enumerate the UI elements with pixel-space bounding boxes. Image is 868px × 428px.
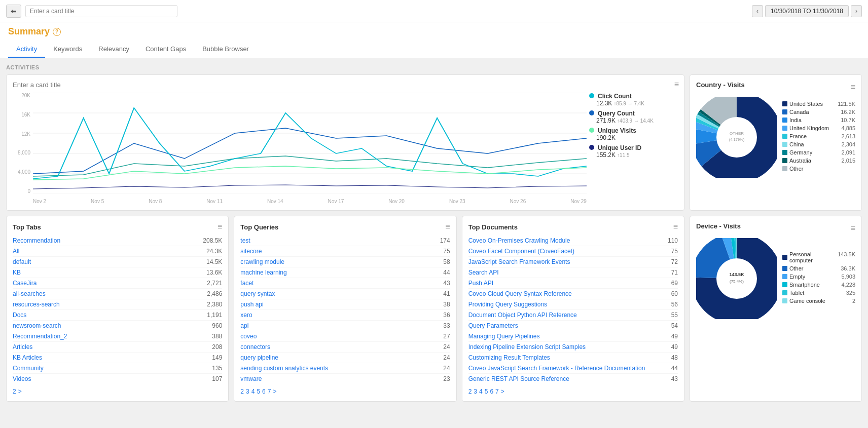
qpage-4[interactable]: 4 xyxy=(251,388,255,395)
tab-link-recommendation2[interactable]: Recommendation_2 xyxy=(13,333,67,340)
qpage-3[interactable]: 3 xyxy=(246,388,249,395)
search-input[interactable] xyxy=(25,5,177,17)
tab-activity[interactable]: Activity xyxy=(8,41,45,58)
query-link-ml[interactable]: machine learning xyxy=(240,269,286,276)
qpage-6[interactable]: 6 xyxy=(262,388,266,395)
query-link-facet[interactable]: facet xyxy=(240,280,254,287)
dpage-7[interactable]: 7 xyxy=(495,388,499,395)
doc-link-8[interactable]: Document Object Python API Reference xyxy=(468,312,577,319)
date-prev-button[interactable]: ‹ xyxy=(752,5,763,17)
dpage-3[interactable]: 3 xyxy=(474,388,477,395)
doc-link-13[interactable]: Coveo JavaScript Search Framework - Refe… xyxy=(468,365,645,372)
tab-link-articles[interactable]: Articles xyxy=(13,343,32,351)
sq-in xyxy=(782,118,787,123)
doc-link-7[interactable]: Providing Query Suggestions xyxy=(468,301,547,308)
device-legend-empty: Empty 5,903 xyxy=(782,274,855,280)
count-device-other: 36.3K xyxy=(841,265,855,271)
tab-link-resources-search[interactable]: resources-search xyxy=(13,301,60,308)
country-legend-in: India 10.7K xyxy=(782,117,855,123)
doc-link-6[interactable]: Coveo Cloud Query Syntax Reference xyxy=(468,290,572,297)
tab-keywords[interactable]: Keywords xyxy=(45,41,90,58)
device-legend-game: Game console 2 xyxy=(782,298,855,304)
dpage-2[interactable]: 2 xyxy=(468,388,472,395)
dpage-5[interactable]: 5 xyxy=(485,388,488,395)
device-menu-icon[interactable]: ≡ xyxy=(851,224,855,233)
doc-link-11[interactable]: Indexing Pipeline Extension Script Sampl… xyxy=(468,343,586,351)
top-row-grid: ≡ Click Count 12.3K ↑85.9 → 7.4K Quer xyxy=(6,74,862,211)
y-label-20k: 20K xyxy=(21,93,30,98)
legend-unique-visits: Unique Visits 190.2K xyxy=(589,127,678,141)
doc-link-9[interactable]: Query Parameters xyxy=(468,322,518,329)
tab-link-default[interactable]: default xyxy=(13,258,31,265)
tab-link-videos[interactable]: Videos xyxy=(13,375,31,382)
list-item: Query Parameters54 xyxy=(468,321,678,331)
country-menu-icon[interactable]: ≡ xyxy=(851,83,855,92)
qpage-7[interactable]: 7 xyxy=(268,388,271,395)
doc-link-3[interactable]: JavaScript Search Framework Events xyxy=(468,258,570,265)
tab-count-videos: 107 xyxy=(212,375,222,382)
qpage-next[interactable]: > xyxy=(273,388,276,395)
tab-link-kb-articles[interactable]: KB Articles xyxy=(13,354,42,361)
query-link-push-api[interactable]: push api xyxy=(240,301,263,308)
query-link-api[interactable]: api xyxy=(240,322,248,329)
top-docs-menu-icon[interactable]: ≡ xyxy=(673,222,678,231)
doc-link-1[interactable]: Coveo On-Premises Crawling Module xyxy=(468,237,570,244)
tab-link-docs[interactable]: Docs xyxy=(13,312,26,319)
chart-title-input[interactable] xyxy=(13,81,678,89)
query-link-sending[interactable]: sending custom analytics events xyxy=(240,365,328,372)
query-link-connectors[interactable]: connectors xyxy=(240,343,270,351)
tab-relevancy[interactable]: Relevancy xyxy=(90,41,137,58)
top-tabs-menu-icon[interactable]: ≡ xyxy=(218,222,222,231)
dpage-4[interactable]: 4 xyxy=(479,388,483,395)
query-link-sitecore[interactable]: sitecore xyxy=(240,248,262,255)
tab-link-all-searches[interactable]: all-searches xyxy=(13,290,46,297)
legend-visits-value: 190.2K xyxy=(596,134,616,141)
dpage-next[interactable]: > xyxy=(501,388,504,395)
back-button[interactable]: ⬅ xyxy=(6,5,21,18)
page-2-link[interactable]: 2 xyxy=(13,388,16,395)
y-label-0: 0 xyxy=(27,188,30,194)
doc-link-2[interactable]: Coveo Facet Component (CoveoFacet) xyxy=(468,248,574,255)
page-next-link[interactable]: > xyxy=(18,388,22,395)
list-item: Document Object Python API Reference55 xyxy=(468,310,678,321)
qpage-5[interactable]: 5 xyxy=(257,388,260,395)
doc-link-14[interactable]: Generic REST API Source Reference xyxy=(468,375,569,382)
tab-bubble-browser[interactable]: Bubble Browser xyxy=(194,41,257,58)
query-link-vmware[interactable]: vmware xyxy=(240,375,262,382)
tab-link-kb[interactable]: KB xyxy=(13,269,21,276)
query-link-xero[interactable]: xero xyxy=(240,312,252,319)
query-link-syntax[interactable]: query syntax xyxy=(240,290,275,297)
sq-de xyxy=(782,150,787,155)
qpage-2[interactable]: 2 xyxy=(240,388,244,395)
dpage-6[interactable]: 6 xyxy=(490,388,493,395)
device-visits-card: Device - Visits ≡ xyxy=(690,216,862,402)
x-label-nov29: Nov 29 xyxy=(570,199,587,204)
x-label-nov8: Nov 8 xyxy=(149,199,162,204)
list-item: Push API69 xyxy=(468,278,678,289)
doc-link-10[interactable]: Managing Query Pipelines xyxy=(468,333,540,340)
info-icon[interactable]: ? xyxy=(53,28,61,36)
doc-link-4[interactable]: Search API xyxy=(468,269,499,276)
list-item: Articles208 xyxy=(13,342,222,353)
query-link-pipeline[interactable]: query pipeline xyxy=(240,354,278,361)
doc-link-5[interactable]: Push API xyxy=(468,280,493,287)
query-link-coveo[interactable]: coveo xyxy=(240,333,257,340)
doc-link-12[interactable]: Customizing Result Templates xyxy=(468,354,550,361)
list-item: newsroom-search960 xyxy=(13,321,222,331)
chart-menu-icon[interactable]: ≡ xyxy=(674,80,679,89)
list-item: crawling module58 xyxy=(240,257,450,267)
tab-link-all[interactable]: All xyxy=(13,248,19,255)
x-axis: Nov 2 Nov 5 Nov 8 Nov 11 Nov 14 Nov 17 N… xyxy=(33,199,587,204)
tab-link-community[interactable]: Community xyxy=(13,365,44,372)
country-legend: United States 121.5K Canada 16.2K India … xyxy=(782,101,855,174)
content-area: ACTIVITIES ≡ Click Count 12.3K ↑85.9 → 7… xyxy=(0,58,868,428)
date-next-button[interactable]: › xyxy=(851,5,862,17)
tab-link-recommendation[interactable]: Recommendation xyxy=(13,237,60,244)
query-link-crawling[interactable]: crawling module xyxy=(240,258,284,265)
query-link-test[interactable]: test xyxy=(240,237,250,244)
tab-link-newsroom[interactable]: newsroom-search xyxy=(13,322,61,329)
tab-link-casejira[interactable]: CaseJira xyxy=(13,280,37,287)
tab-content-gaps[interactable]: Content Gaps xyxy=(137,41,194,58)
top-queries-list: test174 sitecore75 crawling module58 mac… xyxy=(240,236,450,384)
top-queries-menu-icon[interactable]: ≡ xyxy=(445,222,450,231)
